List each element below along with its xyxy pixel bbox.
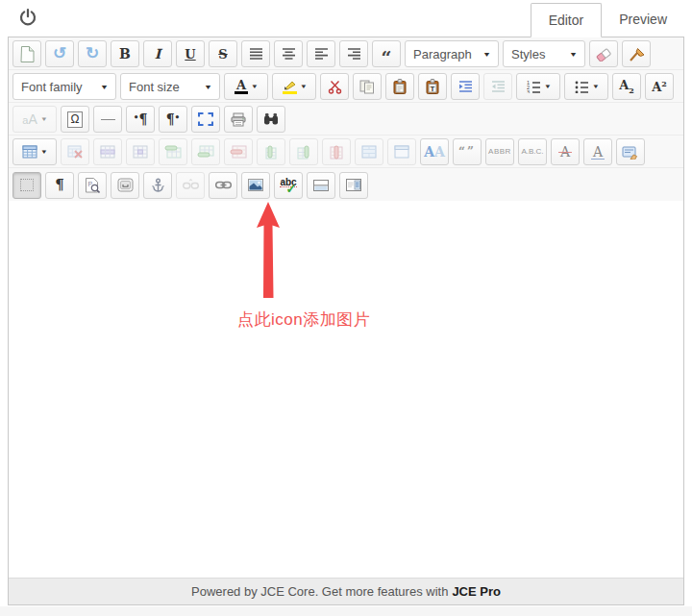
deleted-text-button[interactable]: A <box>551 138 580 165</box>
row-insert-before-icon <box>164 145 182 159</box>
nonbreaking-space-button[interactable] <box>111 172 139 199</box>
toolbar-row: ¶Pabc✓ <box>9 168 683 201</box>
unordered-list-button[interactable]: ▼ <box>564 73 608 100</box>
undo-button[interactable]: ↺ <box>45 40 74 67</box>
letter-case-button: aA▼ <box>12 106 57 133</box>
visual-aid-button[interactable]: AA <box>420 138 449 165</box>
outdent-button <box>483 73 512 100</box>
superscript-button[interactable]: A2 <box>645 73 674 100</box>
highlight-color-button[interactable]: ▼ <box>272 73 316 100</box>
redo-button[interactable]: ↻ <box>78 40 107 67</box>
search-binoculars-button[interactable] <box>257 106 285 133</box>
image-button[interactable] <box>241 172 270 199</box>
strikethrough-icon: S <box>218 48 227 61</box>
jce-pro-link[interactable]: JCE Pro <box>452 584 501 599</box>
arrow-shape <box>257 202 280 298</box>
new-document-button[interactable] <box>12 40 41 67</box>
table-button[interactable]: ▼ <box>12 138 57 165</box>
table-delete-icon <box>67 145 83 159</box>
merge-cells-button <box>355 138 383 165</box>
font-size-select[interactable]: Font size▼ <box>120 73 220 100</box>
svg-text:T: T <box>431 85 435 93</box>
align-left-icon <box>315 48 328 60</box>
fullscreen-icon <box>198 112 213 126</box>
special-character-icon: Ω <box>67 111 84 128</box>
abbreviation-button[interactable]: ABBR <box>485 138 514 165</box>
show-blocks-button[interactable]: ¶ <box>45 172 74 199</box>
copy-button[interactable] <box>353 73 382 100</box>
align-justify-icon <box>250 48 262 60</box>
align-justify-button[interactable] <box>241 40 270 67</box>
underline-button[interactable]: U <box>176 40 205 67</box>
nonbreaking-space-icon <box>117 178 134 192</box>
tab-editor[interactable]: Editor <box>531 3 603 37</box>
col-insert-after-icon <box>296 145 311 160</box>
paragraph-rtl-button[interactable]: ¶• <box>159 106 187 133</box>
annotation-text: 点此icon添加图片 <box>237 308 370 331</box>
ordered-list-button[interactable]: 123▼ <box>516 73 560 100</box>
readmore-button[interactable] <box>307 172 335 199</box>
col-delete-icon <box>329 145 344 160</box>
font-family-select[interactable]: Font family▼ <box>12 73 116 100</box>
attributes-button[interactable] <box>616 138 645 165</box>
eraser-button[interactable] <box>589 40 618 67</box>
preview-document-button[interactable]: P <box>78 172 107 199</box>
indent-button[interactable] <box>451 73 480 100</box>
row-insert-after-icon <box>197 145 214 159</box>
split-cells-icon <box>394 145 409 159</box>
subscript-button[interactable]: A2 <box>612 73 641 100</box>
spellcheck-icon: abc✓ <box>280 178 296 193</box>
chevron-down-icon: ▼ <box>251 84 259 89</box>
align-left-button[interactable] <box>307 40 335 67</box>
align-right-button[interactable] <box>339 40 368 67</box>
paste-text-icon: T <box>426 79 439 94</box>
toolbar: ↺↻BIUS“Paragraph▼Styles▼Font family▼Font… <box>9 37 683 201</box>
power-button[interactable] <box>15 7 40 32</box>
image-icon <box>248 179 263 191</box>
align-center-button[interactable] <box>274 40 303 67</box>
align-right-icon <box>348 48 360 60</box>
new-document-icon <box>20 46 35 62</box>
horizontal-rule-button[interactable] <box>93 106 122 133</box>
blockquote-button[interactable]: “ <box>372 40 401 67</box>
unordered-list-icon <box>575 80 589 93</box>
tab-preview[interactable]: Preview <box>602 3 684 37</box>
chevron-down-icon: ▼ <box>544 84 552 89</box>
strikethrough-button[interactable]: S <box>209 40 237 67</box>
special-character-button[interactable]: Ω <box>61 106 89 133</box>
citation-button[interactable]: “” <box>453 138 482 165</box>
cleanup-brush-button[interactable] <box>622 40 651 67</box>
anchor-icon <box>151 178 165 193</box>
styles-select[interactable]: Styles▼ <box>503 40 585 67</box>
anchor-button[interactable] <box>143 172 172 199</box>
italic-button[interactable]: I <box>143 40 172 67</box>
bold-button[interactable]: B <box>111 40 139 67</box>
row-delete-icon <box>230 145 247 159</box>
bold-icon: B <box>119 47 131 61</box>
paragraph-ltr-button[interactable]: •¶ <box>126 106 155 133</box>
print-button[interactable] <box>224 106 253 133</box>
paste-text-button[interactable]: T <box>418 73 447 100</box>
paste-button[interactable] <box>385 73 414 100</box>
pagebreak-button[interactable] <box>339 172 368 199</box>
acronym-button[interactable]: A.B.C. <box>518 138 547 165</box>
deleted-text-icon: A <box>558 145 572 159</box>
text-color-button[interactable]: A▼ <box>224 73 268 100</box>
col-insert-before-button <box>257 138 285 165</box>
paragraph-select[interactable]: Paragraph▼ <box>405 40 499 67</box>
footer-bar: Powered by JCE Core. Get more features w… <box>9 578 683 604</box>
fullscreen-button[interactable] <box>191 106 220 133</box>
table-row-props-button <box>93 138 122 165</box>
visual-aid-borders-button[interactable] <box>12 172 41 199</box>
spellcheck-button[interactable]: abc✓ <box>274 172 303 199</box>
subscript-icon: A2 <box>619 79 634 94</box>
cleanup-brush-icon <box>629 47 645 62</box>
inserted-text-icon: A <box>591 145 605 160</box>
annotation-arrow-up <box>251 202 285 302</box>
link-button[interactable] <box>209 172 237 199</box>
inserted-text-button[interactable]: A <box>583 138 612 165</box>
table-delete-button <box>61 138 89 165</box>
editor-content-area[interactable]: 点此icon添加图片 <box>9 201 683 578</box>
cut-button[interactable] <box>320 73 349 100</box>
indent-icon <box>458 81 473 92</box>
